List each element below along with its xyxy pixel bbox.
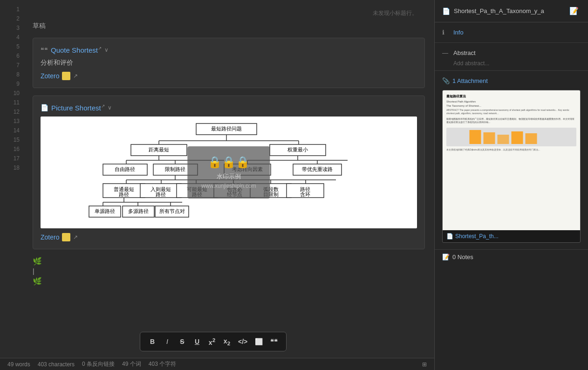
svg-text:自由路径: 自由路径 xyxy=(115,166,135,172)
quote-zotero-ref: Zotero ↗ xyxy=(41,72,417,80)
char-count: 403 characters xyxy=(38,361,75,368)
notes-row[interactable]: 📝 0 Notes xyxy=(435,249,588,264)
quote-block-subtitle: 分析和评价 xyxy=(41,59,417,67)
picture-block-chevron[interactable]: ∨ xyxy=(108,104,112,111)
quote-block-header: ❝❝ Quote Shortest↗ ∨ xyxy=(41,46,417,54)
editor-main: 未发现小标题行。 草稿 ❝❝ Quote Shortest↗ ∨ 分析和评价 Z… xyxy=(23,0,434,370)
picture-block: 📄 Picture Shortest↗ ∨ 最短路径问题 距离最短 xyxy=(33,96,425,249)
attachment-header: 📎 1 Attachment xyxy=(442,75,581,87)
info-row[interactable]: ℹ Info xyxy=(442,26,581,39)
abstract-placeholder[interactable]: Add abstract... xyxy=(442,60,581,67)
pdf-filename-text: Shortest_Pa_th... xyxy=(455,233,499,240)
quote-zotero-label[interactable]: Zotero xyxy=(41,72,59,80)
svg-text:经节点: 经节点 xyxy=(227,192,242,197)
picture-block-header: 📄 Picture Shortest↗ ∨ xyxy=(41,103,417,112)
pdf-subtitle: Shortest Path Algorithm xyxy=(446,100,576,103)
tree-diagram-svg: 最短路径问题 距离最短 权重最小 自由路径 xyxy=(45,121,412,224)
superscript-button[interactable]: x2 xyxy=(205,335,219,348)
italic-button[interactable]: I xyxy=(161,336,174,347)
pdf-filename: 📄 Shortest_Pa_th... xyxy=(443,230,580,242)
editor-toolbar: B I S U x2 x2 </> ⬜ ❝❝ xyxy=(140,332,287,351)
cursor-emoji-row-2: | xyxy=(33,267,425,275)
pdf-taxonomy: The Taxonomy of Shortest... xyxy=(446,104,576,107)
picture-zotero-link-icon[interactable]: ↗ xyxy=(73,234,78,240)
abstract-row[interactable]: — Abstract xyxy=(442,47,581,59)
file-icon: 📄 xyxy=(442,7,450,15)
svg-text:目限制: 目限制 xyxy=(263,192,279,197)
abstract-icon: — xyxy=(442,49,450,56)
notes-label: 0 Notes xyxy=(452,254,473,260)
abstract-section: — Abstract Add abstract... xyxy=(435,43,588,71)
pdf-chart xyxy=(446,128,576,146)
pdf-file-icon: 📄 xyxy=(446,233,453,240)
quote-block-chevron[interactable]: ∨ xyxy=(104,47,109,53)
right-panel-header: 📄 Shortest_Pa_th_A_Taxonom_y_a 📝 xyxy=(435,0,588,22)
picture-block-icon: 📄 xyxy=(41,104,48,111)
svg-rect-66 xyxy=(512,131,523,144)
right-panel: 📄 Shortest_Pa_th_A_Taxonom_y_a 📝 ℹ Info … xyxy=(434,0,588,370)
cursor-emoji-row-1: 🌿 xyxy=(33,257,425,266)
pdf-title: 最短路径算法 xyxy=(446,94,576,99)
attachment-section: 📎 1 Attachment 最短路径算法 Shortest Path Algo… xyxy=(435,71,588,249)
svg-text:单源路径: 单源路径 xyxy=(95,208,115,214)
strikethrough-button[interactable]: S xyxy=(176,336,189,347)
pdf-footer-text: 本文系统地回顾了经典Dijkstra算法及其各种改进变体，以及适应不同应用场景的… xyxy=(446,148,576,151)
cursor-emoji-row-3: 🌿 xyxy=(33,277,425,286)
svg-text:含环: 含环 xyxy=(300,192,310,197)
pdf-body-text: ABSTRACT The paper presents a comprehens… xyxy=(446,109,576,115)
right-panel-note-icon[interactable]: 📝 xyxy=(567,6,581,16)
tree-diagram-container: 最短路径问题 距离最短 权重最小 自由路径 xyxy=(41,116,417,228)
cn-word-count: 49 个词 xyxy=(122,360,141,368)
svg-text:权重最小: 权重最小 xyxy=(287,147,308,152)
svg-text:路径: 路径 xyxy=(156,192,166,197)
info-section: ℹ Info xyxy=(435,22,588,43)
cursor-bar: | xyxy=(33,267,34,275)
page-title: 草稿 xyxy=(33,22,425,30)
info-label: Info xyxy=(453,29,464,36)
svg-text:距离最短: 距离最短 xyxy=(149,147,169,152)
picture-zotero-icon-yellow xyxy=(62,233,70,241)
svg-text:所有节点对: 所有节点对 xyxy=(159,208,185,214)
attachment-count: 1 Attachment xyxy=(452,77,488,84)
pdf-thumbnail[interactable]: 最短路径算法 Shortest Path Algorithm The Taxon… xyxy=(442,90,581,243)
box-button[interactable]: ⬜ xyxy=(252,336,266,347)
attachment-icon: 📎 xyxy=(442,77,450,84)
picture-zotero-label[interactable]: Zotero xyxy=(41,233,59,241)
bold-button[interactable]: B xyxy=(146,336,159,347)
code-button[interactable]: </> xyxy=(235,336,250,347)
status-bar: 49 words 403 characters 0 条反向链接 49 个词 40… xyxy=(0,358,434,370)
svg-rect-67 xyxy=(526,133,537,144)
svg-text:考虑转向因素: 考虑转向因素 xyxy=(232,166,263,172)
subscript-button[interactable]: x2 xyxy=(220,336,233,348)
right-panel-title: Shortest_Pa_th_A_Taxonom_y_a xyxy=(454,7,564,14)
line-numbers: 1 2 3 4 5 6 7 8 9 10 11 12 13 14 15 16 1… xyxy=(0,0,23,370)
zotero-icon-yellow xyxy=(62,72,70,80)
svg-text:最短路径问题: 最短路径问题 xyxy=(211,126,242,131)
quote-block: ❝❝ Quote Shortest↗ ∨ 分析和评价 Zotero ↗ xyxy=(33,38,425,88)
picture-zotero-ref: Zotero ↗ xyxy=(41,233,417,241)
cursor-emoji-1: 🌿 xyxy=(33,257,42,266)
svg-text:限制路径: 限制路径 xyxy=(165,166,185,172)
svg-rect-64 xyxy=(484,132,495,144)
zotero-link-icon[interactable]: ↗ xyxy=(73,73,78,79)
quote-toolbar-button[interactable]: ❝❝ xyxy=(267,336,280,347)
word-count: 49 words xyxy=(7,361,30,368)
info-icon: ℹ xyxy=(442,29,450,36)
abstract-label: Abstract xyxy=(453,49,476,56)
status-icon: ⊞ xyxy=(422,361,427,368)
svg-text:带优先重读路: 带优先重读路 xyxy=(302,166,333,172)
pdf-body-detail: 随着地图服务和导航系统的广泛应用，最短路径算法在城市交通规划、物流配送等领域发挥… xyxy=(446,117,576,124)
cursor-emoji-3: 🌿 xyxy=(33,277,42,286)
underline-button[interactable]: U xyxy=(191,336,204,347)
notes-icon: 📝 xyxy=(442,254,450,260)
pdf-thumb-content: 最短路径算法 Shortest Path Algorithm The Taxon… xyxy=(443,90,580,230)
svg-rect-63 xyxy=(470,130,481,144)
no-heading-notice: 未发现小标题行。 xyxy=(33,5,425,22)
quote-block-title[interactable]: Quote Shortest↗ xyxy=(51,46,102,54)
cn-char-count: 403 个字符 xyxy=(149,360,176,368)
quote-block-icon: ❝❝ xyxy=(41,46,48,54)
svg-text:路径: 路径 xyxy=(119,192,129,197)
svg-text:路径: 路径 xyxy=(192,192,202,197)
picture-block-title[interactable]: Picture Shortest↗ xyxy=(51,103,105,112)
svg-text:多源路径: 多源路径 xyxy=(128,208,149,214)
